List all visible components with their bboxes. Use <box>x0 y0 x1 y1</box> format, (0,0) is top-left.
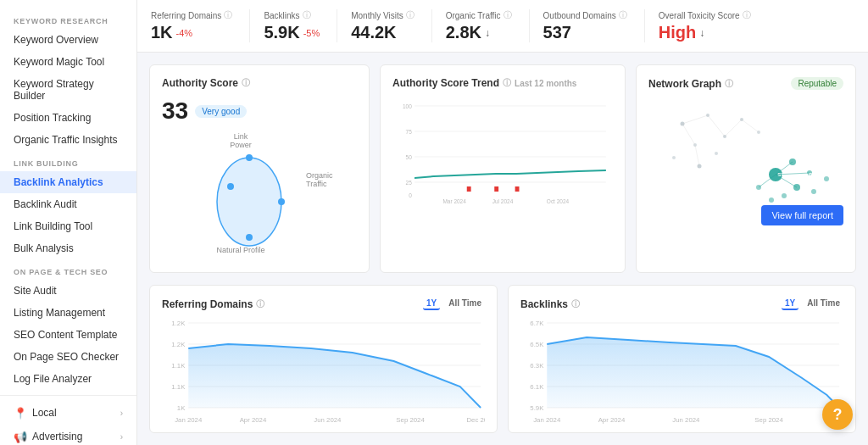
time-all-button[interactable]: All Time <box>804 298 843 310</box>
sidebar-item-advertising[interactable]: 📢 Advertising › <box>0 425 136 445</box>
stat-value: 537 <box>543 23 627 42</box>
info-icon[interactable]: ⓘ <box>303 9 311 21</box>
backlinks-chart-card: Backlinks ⓘ 1Y All Time <box>508 285 856 433</box>
sidebar-item-on-page-seo-checker[interactable]: On Page SEO Checker <box>0 346 136 368</box>
info-icon[interactable]: ⓘ <box>224 9 232 21</box>
sidebar-item-backlink-analytics[interactable]: Backlink Analytics <box>0 171 136 193</box>
time-toggle: 1Y All Time <box>423 298 485 310</box>
svg-line-34 <box>682 115 708 124</box>
stat-monthly-visits: Monthly Visits ⓘ 44.2K <box>351 9 432 42</box>
sidebar-item-keyword-magic-tool[interactable]: Keyword Magic Tool <box>0 51 136 73</box>
svg-text:5.9K: 5.9K <box>530 404 544 412</box>
sidebar-item-label: Keyword Strategy Builder <box>14 78 123 102</box>
svg-text:Mar 2024: Mar 2024 <box>442 197 465 205</box>
sidebar-item-keyword-strategy-builder[interactable]: Keyword Strategy Builder <box>0 73 136 107</box>
backlinks-chart: 6.7K 6.5K 6.3K 6.1K 5.9K <box>520 319 843 420</box>
svg-text:1K: 1K <box>177 404 186 412</box>
stat-organic-traffic: Organic Traffic ⓘ 2.8K ↓ <box>446 9 530 42</box>
svg-text:6.1K: 6.1K <box>530 383 544 391</box>
svg-text:Jul 2024: Jul 2024 <box>492 197 514 205</box>
svg-text:Natural Profile: Natural Profile <box>216 246 264 254</box>
sidebar-item-site-audit[interactable]: Site Audit <box>0 280 136 302</box>
svg-point-33 <box>715 152 718 155</box>
stat-backlinks: Backlinks ⓘ 5.9K -5% <box>264 9 337 42</box>
authority-trend-card: Authority Score Trend ⓘ Last 12 months 1… <box>380 64 626 273</box>
sidebar-item-link-building-tool[interactable]: Link Building Tool <box>0 215 136 237</box>
info-icon[interactable]: ⓘ <box>256 298 264 310</box>
card-title: Network Graph ⓘ Reputable <box>648 77 843 90</box>
stat-value: 5.9K -5% <box>264 23 320 42</box>
sidebar-item-label: Local <box>32 407 57 419</box>
svg-marker-64 <box>188 344 481 408</box>
sidebar: KEYWORD RESEARCH Keyword Overview Keywor… <box>0 0 137 445</box>
svg-point-46 <box>824 176 829 181</box>
info-icon[interactable]: ⓘ <box>571 298 580 310</box>
sidebar-item-label: SEO Content Template <box>14 329 118 341</box>
svg-line-37 <box>725 120 742 136</box>
sidebar-item-bulk-analysis[interactable]: Bulk Analysis <box>0 237 136 259</box>
card-title: Authority Score Trend ⓘ Last 12 months <box>392 77 613 89</box>
time-1y-button[interactable]: 1Y <box>423 298 440 310</box>
network-badge: Reputable <box>791 77 843 90</box>
svg-text:Link: Link <box>234 132 248 141</box>
svg-rect-20 <box>494 186 498 192</box>
svg-text:Organic: Organic <box>306 171 333 180</box>
info-icon[interactable]: ⓘ <box>725 78 733 90</box>
svg-text:Jan 2024: Jan 2024 <box>175 416 203 424</box>
help-button[interactable]: ? <box>822 399 853 430</box>
sidebar-item-organic-traffic-insights[interactable]: Organic Traffic Insights <box>0 129 136 151</box>
network-graph-card: Network Graph ⓘ Reputable <box>636 64 856 273</box>
sidebar-item-local[interactable]: 📍 Local › <box>0 401 136 425</box>
sidebar-item-label: Advertising <box>32 431 82 442</box>
stat-label: Backlinks ⓘ <box>264 9 320 21</box>
svg-point-6 <box>246 154 253 161</box>
svg-text:50: 50 <box>406 153 412 161</box>
content-area: Authority Score ⓘ 33 Very good Link Powe… <box>137 53 868 445</box>
bottom-cards-row: Referring Domains ⓘ 1Y All Time <box>149 285 856 433</box>
stat-value: 2.8K ↓ <box>446 23 512 42</box>
advertising-icon: 📢 <box>14 430 27 443</box>
svg-text:Apr 2024: Apr 2024 <box>598 416 626 424</box>
sidebar-item-seo-content-template[interactable]: SEO Content Template <box>0 324 136 346</box>
time-toggle: 1Y All Time <box>782 298 843 310</box>
sidebar-item-position-tracking[interactable]: Position Tracking <box>0 107 136 129</box>
arrow-down-icon: ↓ <box>699 27 704 39</box>
svg-text:Traffic: Traffic <box>306 180 327 188</box>
sidebar-item-label: On Page SEO Checker <box>14 351 119 363</box>
svg-text:Jun 2024: Jun 2024 <box>672 416 700 424</box>
sidebar-item-label: Listing Management <box>14 307 105 319</box>
sidebar-item-keyword-overview[interactable]: Keyword Overview <box>0 29 136 51</box>
svg-line-39 <box>742 120 759 132</box>
sidebar-item-label: Position Tracking <box>14 112 91 124</box>
trend-subtitle: Last 12 months <box>515 79 576 88</box>
chevron-right-icon: › <box>120 432 123 442</box>
view-full-report-button[interactable]: View full report <box>761 205 843 225</box>
sidebar-item-backlink-audit[interactable]: Backlink Audit <box>0 193 136 215</box>
sidebar-item-label: Bulk Analysis <box>14 242 74 254</box>
stat-label: Monthly Visits ⓘ <box>351 9 415 21</box>
svg-text:Sep 2024: Sep 2024 <box>754 416 783 424</box>
local-icon: 📍 <box>14 406 27 420</box>
sidebar-item-log-file-analyzer[interactable]: Log File Analyzer <box>0 368 136 390</box>
info-icon[interactable]: ⓘ <box>242 77 250 89</box>
svg-line-35 <box>708 115 725 136</box>
network-graph-visual: swydo.com View full report <box>648 98 843 225</box>
time-1y-button[interactable]: 1Y <box>782 298 798 310</box>
stat-change: -5% <box>303 28 320 38</box>
svg-line-36 <box>682 124 695 145</box>
sidebar-item-label: Site Audit <box>14 285 57 297</box>
authority-score-value: 33 Very good <box>162 97 357 125</box>
svg-rect-19 <box>467 186 471 192</box>
svg-text:Dec 2024: Dec 2024 <box>466 416 485 424</box>
sidebar-item-listing-management[interactable]: Listing Management <box>0 302 136 324</box>
info-icon[interactable]: ⓘ <box>504 9 512 21</box>
info-icon[interactable]: ⓘ <box>619 9 627 21</box>
time-all-button[interactable]: All Time <box>445 298 485 310</box>
stat-label: Referring Domains ⓘ <box>151 9 232 21</box>
info-icon[interactable]: ⓘ <box>503 77 511 89</box>
info-icon[interactable]: ⓘ <box>743 9 751 21</box>
svg-text:6.7K: 6.7K <box>530 320 544 327</box>
svg-text:Oct 2024: Oct 2024 <box>547 197 569 205</box>
authority-score-badge: Very good <box>195 105 247 118</box>
info-icon[interactable]: ⓘ <box>406 9 415 21</box>
